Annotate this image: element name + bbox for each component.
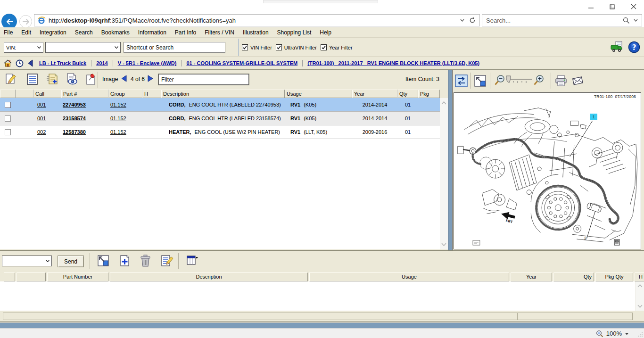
search-icon[interactable] bbox=[623, 17, 630, 24]
parts-scrollbar[interactable] bbox=[440, 98, 448, 249]
column-header[interactable] bbox=[0, 90, 16, 98]
column-header[interactable]: Qty bbox=[397, 90, 418, 98]
menu-item[interactable]: Filters / VIN bbox=[200, 29, 239, 36]
breadcrumb-back-icon[interactable] bbox=[27, 59, 33, 67]
column-header[interactable]: Year bbox=[511, 272, 552, 281]
menu-item[interactable]: Part Info bbox=[171, 29, 200, 36]
menu-item[interactable]: File bbox=[0, 29, 17, 36]
menu-item[interactable]: Integration bbox=[35, 29, 71, 36]
call-link[interactable]: 002 bbox=[33, 129, 61, 135]
list-view-icon[interactable] bbox=[26, 73, 39, 86]
row-checkbox[interactable] bbox=[5, 102, 11, 108]
zoom-slider[interactable] bbox=[505, 75, 533, 87]
search-dropdown-icon[interactable] bbox=[634, 19, 638, 22]
search-input[interactable] bbox=[482, 17, 623, 24]
callout-2[interactable]: 2 bbox=[584, 236, 586, 240]
help-icon[interactable]: ? bbox=[628, 41, 640, 53]
address-bar[interactable]: http://desktop-l09qrhf:351/PQMace/root.f… bbox=[34, 14, 480, 26]
column-header[interactable]: Year bbox=[352, 90, 397, 98]
illustration-viewport[interactable]: TR01-100 07/17/2006 1 2 FRT bbox=[454, 92, 641, 249]
shortcut-search-input[interactable] bbox=[124, 42, 225, 53]
filter-checkbox[interactable]: Year Filter bbox=[321, 44, 353, 50]
scroll-up-icon[interactable] bbox=[637, 283, 643, 289]
row-checkbox[interactable] bbox=[5, 129, 11, 135]
scroll-up-icon[interactable] bbox=[441, 100, 447, 106]
call-link[interactable]: 001 bbox=[33, 115, 61, 121]
notes-icon[interactable] bbox=[5, 73, 17, 86]
group-link[interactable]: 01.152 bbox=[108, 129, 142, 135]
prev-image-icon[interactable] bbox=[121, 75, 127, 82]
scroll-down-icon[interactable] bbox=[637, 303, 643, 309]
shopping-scrollbar[interactable] bbox=[636, 281, 644, 311]
home-icon[interactable] bbox=[4, 59, 12, 67]
zoom-in-icon[interactable] bbox=[533, 74, 545, 87]
menu-item[interactable]: Illustration bbox=[239, 29, 273, 36]
filter-input[interactable] bbox=[158, 74, 249, 85]
menu-item[interactable]: Information bbox=[134, 29, 171, 36]
vin-value-select[interactable] bbox=[45, 42, 121, 53]
menu-item[interactable]: Edit bbox=[17, 29, 35, 36]
breadcrumb-link[interactable]: 01 - COOLING SYSTEM-GRILLE-OIL SYSTEM bbox=[186, 60, 297, 66]
menu-item[interactable]: Help bbox=[315, 29, 336, 36]
scroll-down-icon[interactable] bbox=[441, 241, 447, 247]
zoom-dropdown-icon[interactable] bbox=[625, 332, 629, 335]
zoom-out-icon[interactable] bbox=[494, 74, 505, 87]
panel-splitter[interactable] bbox=[448, 70, 453, 250]
shopping-table-body[interactable] bbox=[0, 281, 644, 311]
menu-item[interactable]: Search bbox=[71, 29, 97, 36]
parts-row[interactable]: 002 12587380 01.152 HEATER,ENG COOL (USE… bbox=[0, 125, 440, 139]
breadcrumb-link[interactable]: (TR01-100) 2011-2017 RV1 ENGINE BLOCK HE… bbox=[307, 60, 479, 66]
column-header[interactable]: Part # bbox=[61, 90, 108, 98]
menu-item[interactable]: Shopping List bbox=[273, 29, 316, 36]
column-header[interactable]: Description bbox=[161, 90, 285, 98]
column-header[interactable]: Qty bbox=[553, 272, 594, 281]
column-header[interactable]: Part Number bbox=[47, 272, 108, 281]
maximize-button[interactable] bbox=[602, 0, 623, 13]
preview-icon[interactable] bbox=[66, 73, 79, 86]
vehicle-info-icon[interactable] bbox=[610, 41, 623, 53]
refresh-icon[interactable] bbox=[469, 17, 476, 24]
print-icon[interactable] bbox=[554, 74, 568, 87]
parts-row[interactable]: 001 22740953 01.152 CORD,ENG COOL HTR (L… bbox=[0, 98, 440, 112]
column-header[interactable]: H bbox=[635, 272, 644, 281]
group-link[interactable]: 01.152 bbox=[108, 115, 142, 121]
filter-checkbox[interactable]: UltraVIN Filter bbox=[276, 44, 317, 50]
column-header[interactable] bbox=[4, 272, 15, 281]
menu-item[interactable]: Bookmarks bbox=[97, 29, 134, 36]
resize-panel-icon[interactable] bbox=[97, 255, 109, 267]
send-button[interactable]: Send bbox=[58, 256, 84, 267]
pushpin-icon[interactable] bbox=[85, 73, 97, 86]
horizontal-scrollbar-track[interactable] bbox=[3, 313, 633, 320]
parts-row[interactable]: 001 23158574 01.152 CORD,ENG COOL HTR (L… bbox=[0, 112, 440, 125]
columns-icon[interactable] bbox=[186, 255, 198, 266]
breadcrumb-link[interactable]: LB - Lt Truck Buick bbox=[39, 60, 86, 66]
breadcrumb-link[interactable]: 2014 bbox=[96, 60, 107, 66]
minimize-button[interactable] bbox=[580, 0, 602, 13]
column-header[interactable]: Pkg bbox=[418, 90, 440, 98]
column-header[interactable]: H bbox=[142, 90, 161, 98]
add-item-icon[interactable] bbox=[119, 255, 131, 267]
column-header[interactable]: Description bbox=[110, 272, 308, 281]
next-image-icon[interactable] bbox=[148, 75, 153, 82]
destination-select[interactable] bbox=[2, 256, 52, 266]
column-header[interactable]: Group bbox=[108, 90, 142, 98]
edit-list-icon[interactable] bbox=[160, 255, 173, 267]
group-link[interactable]: 01.152 bbox=[108, 102, 142, 107]
address-dropdown-icon[interactable] bbox=[460, 19, 464, 22]
browser-tab[interactable] bbox=[263, 0, 378, 3]
breadcrumb-link[interactable]: V - 5R1 - Enclave (AWD) bbox=[118, 60, 177, 66]
part-number-link[interactable]: 23158574 bbox=[61, 115, 108, 121]
history-icon[interactable] bbox=[16, 59, 24, 67]
callout-1[interactable]: 1 bbox=[590, 114, 597, 120]
fit-image-icon[interactable] bbox=[474, 74, 487, 87]
part-number-link[interactable]: 12587380 bbox=[61, 129, 108, 135]
delete-icon[interactable] bbox=[140, 255, 151, 267]
forward-button[interactable] bbox=[19, 15, 32, 28]
email-icon[interactable] bbox=[571, 74, 584, 87]
call-link[interactable]: 001 bbox=[33, 102, 61, 107]
zoom-control[interactable]: 100% bbox=[596, 329, 629, 338]
resize-grip[interactable] bbox=[637, 331, 643, 337]
row-checkbox[interactable] bbox=[5, 115, 11, 122]
column-header[interactable] bbox=[17, 272, 46, 281]
quick-list-icon[interactable] bbox=[46, 73, 59, 86]
